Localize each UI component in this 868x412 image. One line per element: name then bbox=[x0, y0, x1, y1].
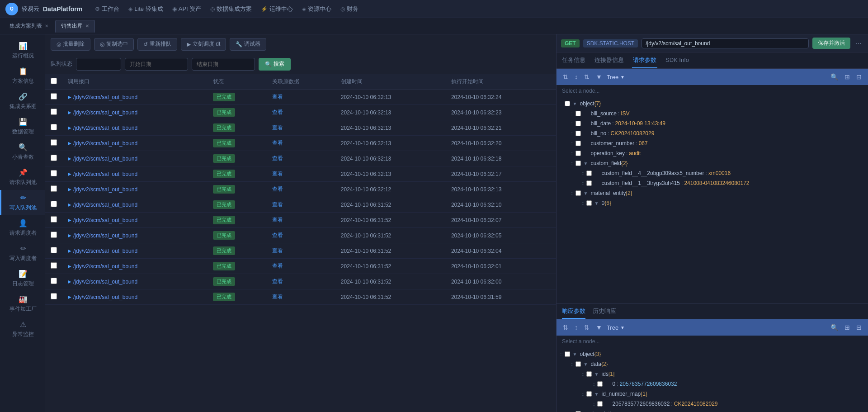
nav-resource[interactable]: ◈资源中心 bbox=[302, 5, 331, 13]
nav-worktable[interactable]: ⚙工作台 bbox=[95, 5, 119, 13]
row-checkbox-4[interactable] bbox=[51, 155, 57, 161]
debug-button[interactable]: 🔧 调试器 bbox=[230, 38, 266, 51]
tab-close-sales[interactable]: ✕ bbox=[85, 24, 89, 28]
drag-handle-3[interactable]: :: bbox=[571, 131, 574, 136]
sidebar-item-data-mgmt[interactable]: 💾 数据管理 bbox=[0, 114, 45, 139]
expand-icon-1[interactable]: ▼ bbox=[584, 362, 590, 367]
api-path-1[interactable]: ▶ /jdy/v2/scm/sal_out_bound bbox=[68, 109, 202, 116]
expand-icon-0[interactable]: ▼ bbox=[573, 101, 579, 106]
sidebar-item-plan-info[interactable]: 📋 方案信息 bbox=[0, 63, 45, 89]
row-checkbox-10[interactable] bbox=[51, 247, 57, 253]
expand-icon-2[interactable]: ▼ bbox=[594, 372, 601, 377]
expand-icon-0[interactable]: ▼ bbox=[573, 352, 579, 357]
tab-history-response[interactable]: 历史响应 bbox=[593, 304, 616, 319]
row-checkbox-6[interactable] bbox=[51, 185, 57, 192]
api-path-9[interactable]: ▶ /jdy/v2/scm/sal_out_bound bbox=[68, 232, 202, 239]
tree-node-checkbox-5[interactable] bbox=[597, 401, 603, 407]
tree-node-checkbox-4[interactable] bbox=[586, 391, 592, 397]
drag-handle-10[interactable]: :: bbox=[582, 201, 585, 206]
tree-node[interactable]: :: customer_number:067 bbox=[557, 138, 868, 148]
tree-expand-icon[interactable]: ↕ bbox=[573, 72, 580, 81]
tree-node-checkbox-0[interactable] bbox=[565, 351, 570, 357]
nav-data-integration[interactable]: ◎数据集成方案 bbox=[210, 5, 252, 13]
tree-node-checkbox-8[interactable] bbox=[586, 180, 592, 186]
sidebar-item-request-pool[interactable]: 📌 请求队列池 bbox=[0, 165, 45, 190]
expand-icon-4[interactable]: ▼ bbox=[594, 392, 601, 397]
tree-node[interactable]: ::▼data {2} bbox=[557, 359, 868, 369]
tree-collapse-all-icon[interactable]: ⊟ bbox=[854, 72, 863, 81]
drag-handle-4[interactable]: :: bbox=[571, 141, 574, 146]
tree-sort-icon[interactable]: ⇅ bbox=[582, 72, 591, 81]
nav-api[interactable]: ◉API 资产 bbox=[172, 5, 202, 13]
tree-node[interactable]: ::▼object {7} bbox=[557, 99, 868, 109]
view-link-9[interactable]: 查看 bbox=[272, 232, 283, 238]
tree-node[interactable]: ::▼material_entity [2] bbox=[557, 188, 868, 198]
row-checkbox-7[interactable] bbox=[51, 201, 57, 207]
tree-node-checkbox-3[interactable] bbox=[597, 381, 603, 387]
tree-node[interactable]: ::▼custom_field {2} bbox=[557, 158, 868, 168]
tree-node-checkbox-1[interactable] bbox=[576, 111, 581, 116]
api-path-8[interactable]: ▶ /jdy/v2/scm/sal_out_bound bbox=[68, 217, 202, 223]
drag-handle-2[interactable]: :: bbox=[571, 121, 574, 126]
tree-node-checkbox-7[interactable] bbox=[586, 170, 592, 176]
sidebar-item-query[interactable]: 🔍 小青查数 bbox=[0, 139, 45, 165]
api-path-12[interactable]: ▶ /jdy/v2/scm/sal_out_bound bbox=[68, 279, 202, 285]
tab-response-params[interactable]: 响应参数 bbox=[562, 304, 585, 319]
view-link-1[interactable]: 查看 bbox=[272, 109, 283, 115]
tree-node[interactable]: ::▼ids [1] bbox=[557, 369, 868, 379]
api-path-4[interactable]: ▶ /jdy/v2/scm/sal_out_bound bbox=[68, 156, 202, 162]
view-link-3[interactable]: 查看 bbox=[272, 140, 283, 146]
view-link-2[interactable]: 查看 bbox=[272, 124, 283, 131]
tab-solution-list[interactable]: 集成方案列表 ✕ bbox=[4, 20, 54, 33]
resp-tree-search-icon[interactable]: 🔍 bbox=[829, 323, 840, 332]
nav-ops[interactable]: ⚡运维中心 bbox=[261, 5, 293, 13]
row-checkbox-12[interactable] bbox=[51, 278, 57, 284]
api-path-0[interactable]: ▶ /jdy/v2/scm/sal_out_bound bbox=[68, 94, 202, 100]
tree-node[interactable]: ::▼0 {6} bbox=[557, 198, 868, 208]
tab-task-info[interactable]: 任务信息 bbox=[561, 52, 586, 68]
view-link-7[interactable]: 查看 bbox=[272, 201, 283, 208]
drag-handle-1[interactable]: :: bbox=[571, 111, 574, 116]
api-path-2[interactable]: ▶ /jdy/v2/scm/sal_out_bound bbox=[68, 125, 202, 131]
api-path-5[interactable]: ▶ /jdy/v2/scm/sal_out_bound bbox=[68, 171, 202, 177]
drag-handle-4[interactable]: :: bbox=[582, 392, 585, 397]
tree-node[interactable]: :: 0:2057835772609836032 bbox=[557, 379, 868, 389]
url-input[interactable] bbox=[642, 38, 808, 48]
resp-tree-sort-icon[interactable]: ⇅ bbox=[582, 323, 591, 332]
copy-selected-button[interactable]: ◎ 复制选中 bbox=[94, 38, 134, 51]
tree-node-checkbox-10[interactable] bbox=[586, 200, 592, 206]
api-path-6[interactable]: ▶ /jdy/v2/scm/sal_out_bound bbox=[68, 186, 202, 193]
view-link-8[interactable]: 查看 bbox=[272, 217, 283, 223]
nav-finance[interactable]: ◎财务 bbox=[340, 5, 359, 13]
tree-collapse-icon[interactable]: ⇅ bbox=[561, 72, 570, 81]
queue-status-input[interactable] bbox=[76, 58, 121, 71]
tree-node-checkbox-2[interactable] bbox=[586, 371, 592, 377]
tree-node-checkbox-5[interactable] bbox=[576, 151, 581, 156]
row-checkbox-13[interactable] bbox=[51, 293, 57, 299]
row-checkbox-1[interactable] bbox=[51, 109, 57, 115]
nav-lite[interactable]: ◈Lite 轻集成 bbox=[128, 5, 163, 13]
sidebar-item-event-factory[interactable]: 🏭 事件加工厂 bbox=[0, 291, 45, 317]
schedule-now-button[interactable]: ▶ 立刻调度 dt bbox=[181, 38, 226, 51]
expand-icon-6[interactable]: ▼ bbox=[584, 161, 590, 166]
tree-node-checkbox-6[interactable] bbox=[576, 161, 581, 166]
re-queue-button[interactable]: ↺ 重新排队 bbox=[137, 38, 177, 51]
drag-handle-9[interactable]: :: bbox=[571, 191, 574, 196]
tab-connector-info[interactable]: 连接器信息 bbox=[594, 52, 625, 68]
api-path-11[interactable]: ▶ /jdy/v2/scm/sal_out_bound bbox=[68, 263, 202, 270]
api-path-7[interactable]: ▶ /jdy/v2/scm/sal_out_bound bbox=[68, 202, 202, 208]
more-options-icon[interactable]: ··· bbox=[854, 39, 863, 47]
tree-node[interactable]: :: bill_source:ISV bbox=[557, 109, 868, 118]
sidebar-item-anomaly-monitor[interactable]: ⚠ 异常监控 bbox=[0, 317, 45, 342]
drag-handle-2[interactable]: :: bbox=[582, 372, 585, 377]
view-link-11[interactable]: 查看 bbox=[272, 263, 283, 269]
view-link-5[interactable]: 查看 bbox=[272, 170, 283, 177]
end-date-input[interactable] bbox=[192, 58, 255, 71]
drag-handle-7[interactable]: :: bbox=[582, 171, 585, 176]
drag-handle-5[interactable]: :: bbox=[593, 402, 595, 407]
tab-close-solution[interactable]: ✕ bbox=[45, 24, 48, 28]
tab-request-params[interactable]: 请求参数 bbox=[632, 52, 657, 68]
tree-node[interactable]: ::▼object {3} bbox=[557, 349, 868, 359]
tab-sales-outbound[interactable]: 销售出库 ✕ bbox=[55, 20, 95, 33]
view-link-10[interactable]: 查看 bbox=[272, 247, 283, 254]
